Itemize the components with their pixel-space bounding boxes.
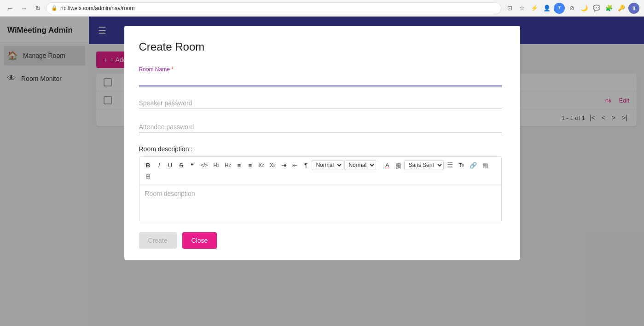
code-button[interactable]: </>: [198, 161, 210, 169]
browser-toolbar-icons: ⊡ ☆ ⚡ 👤 7 ⊘ 🌙 💬 🧩 🔑 li: [504, 3, 639, 14]
table-button[interactable]: ⊞: [143, 172, 153, 181]
description-field: Room description : B I U S ❝ </> H1 H2 ≡…: [139, 145, 502, 221]
back-button[interactable]: ←: [5, 3, 16, 14]
editor-placeholder: Room description: [145, 190, 195, 197]
image-button[interactable]: ▤: [480, 160, 490, 170]
attendee-password-field: [139, 121, 502, 134]
cast-icon[interactable]: ⊡: [504, 3, 515, 14]
strikethrough-button[interactable]: S: [176, 160, 186, 170]
subscript-button[interactable]: X2: [256, 161, 267, 169]
browser-chrome: ← → ↻ 🔒 rtc.liweix.com/admin/nav/room ⊡ …: [0, 0, 644, 17]
profile-icon[interactable]: 👤: [541, 3, 552, 14]
clear-format-button[interactable]: Tx: [456, 161, 466, 169]
text-color-button[interactable]: A: [382, 160, 392, 170]
paragraph-button[interactable]: ¶: [301, 160, 311, 170]
unordered-list-button[interactable]: ≡: [245, 160, 255, 170]
toolbar-separator-1: [379, 160, 379, 170]
speaker-password-field: [139, 97, 502, 110]
badge-icon[interactable]: 7: [554, 3, 565, 14]
avatar-btn[interactable]: li: [628, 3, 639, 14]
room-name-field: Room Name: [139, 66, 502, 86]
indent-right-button[interactable]: ⇥: [278, 160, 289, 170]
no-image-icon[interactable]: ⊘: [566, 3, 577, 14]
editor-toolbar: B I U S ❝ </> H1 H2 ≡ ≡ X2 X2 ⇥ ⇤ ¶ N: [139, 156, 502, 184]
indent-left-button[interactable]: ⇤: [290, 160, 300, 170]
puzzle-icon[interactable]: 🧩: [603, 3, 615, 14]
address-bar[interactable]: 🔒 rtc.liweix.com/admin/nav/room: [46, 2, 501, 14]
align-button[interactable]: ☰: [445, 160, 455, 171]
italic-button[interactable]: I: [154, 160, 164, 170]
room-name-input[interactable]: [139, 74, 502, 86]
create-button[interactable]: Create: [139, 232, 177, 249]
font-size-select[interactable]: Normal: [312, 160, 343, 170]
key-icon[interactable]: 🔑: [616, 3, 627, 14]
modal-title: Create Room: [139, 40, 502, 53]
h2-button[interactable]: H2: [222, 161, 233, 169]
moon-icon[interactable]: 🌙: [579, 3, 590, 14]
superscript-button[interactable]: X2: [267, 161, 278, 169]
description-label: Room description :: [139, 145, 502, 153]
app-container: WiMeeting Admin 🏠 Manage Room 👁 Room Mon…: [0, 17, 644, 326]
font-family-select[interactable]: Sans Serif: [404, 160, 444, 170]
modal-overlay[interactable]: Create Room Room Name Room description :: [0, 17, 644, 326]
chat-icon[interactable]: 💬: [591, 3, 602, 14]
font-style-select[interactable]: Normal: [344, 160, 376, 170]
blockquote-button[interactable]: ❝: [187, 160, 197, 170]
forward-button[interactable]: →: [18, 3, 29, 14]
url-text: rtc.liweix.com/admin/nav/room: [60, 5, 134, 11]
modal-footer: Create Close: [139, 232, 502, 249]
attendee-password-input[interactable]: [139, 121, 502, 133]
editor-content[interactable]: Room description: [139, 184, 502, 221]
h1-button[interactable]: H1: [211, 161, 221, 169]
room-name-label: Room Name: [139, 66, 502, 73]
link-button[interactable]: 🔗: [467, 160, 479, 170]
reload-button[interactable]: ↻: [32, 3, 43, 14]
close-button[interactable]: Close: [182, 232, 217, 249]
highlight-button[interactable]: ▧: [393, 160, 403, 170]
create-room-modal: Create Room Room Name Room description :: [124, 26, 520, 260]
bold-button[interactable]: B: [143, 160, 153, 170]
lightning-icon[interactable]: ⚡: [529, 3, 540, 14]
ordered-list-button[interactable]: ≡: [234, 160, 244, 170]
lock-icon: 🔒: [51, 5, 58, 11]
speaker-password-input[interactable]: [139, 97, 502, 109]
star-icon[interactable]: ☆: [516, 3, 528, 14]
underline-button[interactable]: U: [165, 160, 175, 170]
